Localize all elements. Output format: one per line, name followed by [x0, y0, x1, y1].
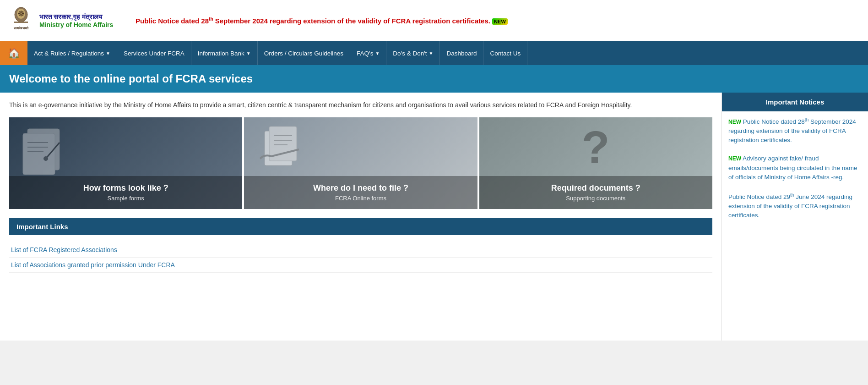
card-file-bg: Where do I need to file ? FCRA Online fo…	[244, 117, 477, 209]
link-fcra-registered[interactable]: List of FCRA Registered Associations	[9, 242, 712, 258]
important-links-list: List of FCRA Registered Associations Lis…	[9, 242, 712, 273]
notice-link-3[interactable]: Public Notice dated 29th June 2024 regar…	[728, 193, 852, 219]
nav-dos-donts[interactable]: Do's & Don't ▼	[386, 41, 440, 65]
nav-act-rules[interactable]: Act & Rules / Regulations ▼	[27, 41, 117, 65]
nav-contact-us[interactable]: Contact Us	[483, 41, 527, 65]
english-title: Ministry of Home Affairs	[39, 21, 113, 28]
nav-faqs[interactable]: FAQ's ▼	[350, 41, 386, 65]
emblem-icon: ☸ सत्यमेव जयते	[7, 5, 35, 37]
file-deco	[258, 122, 308, 174]
notice-item-3: Public Notice dated 29th June 2024 regar…	[728, 191, 862, 220]
card-fcra-forms[interactable]: Where do I need to file ? FCRA Online fo…	[244, 117, 477, 209]
notice-item-2: NEW Advisory against fake/ fraud emails/…	[728, 154, 862, 182]
card-docs-bg: ? Required documents ? Supporting docume…	[479, 117, 712, 209]
navbar: 🏠 Act & Rules / Regulations ▼ Services U…	[0, 41, 868, 65]
svg-text:?: ?	[582, 122, 610, 173]
logo-text: भारत सरकार,गृह मंत्रालय Ministry of Home…	[39, 13, 113, 28]
nav-services-fcra[interactable]: Services Under FCRA	[117, 41, 191, 65]
welcome-banner: Welcome to the online portal of FCRA ser…	[0, 65, 868, 93]
nav-dashboard[interactable]: Dashboard	[440, 41, 483, 65]
cards-row: How forms look like ? Sample forms	[9, 117, 712, 209]
notice-link-2[interactable]: Advisory against fake/ fraud emails/docu…	[728, 155, 857, 181]
content-left: This is an e-governance initiative by th…	[0, 93, 722, 341]
svg-rect-3	[14, 22, 28, 23]
hindi-title: भारत सरकार,गृह मंत्रालय	[39, 13, 113, 21]
intro-text: This is an e-governance initiative by th…	[9, 100, 712, 110]
card-required-docs[interactable]: ? Required documents ? Supporting docume…	[479, 117, 712, 209]
sidebar-notices: Important Notices NEW Public Notice date…	[722, 93, 868, 341]
card-forms-bg: How forms look like ? Sample forms	[9, 117, 242, 209]
marquee-text: Public Notice dated 28th September 2024 …	[136, 17, 508, 25]
new-label-2: NEW	[728, 155, 741, 162]
notice-link-1[interactable]: Public Notice dated 28th September 2024 …	[728, 118, 856, 144]
logo-container: ☸ सत्यमेव जयते भारत सरकार,गृह मंत्रालय M…	[7, 5, 136, 37]
notices-body[interactable]: NEW Public Notice dated 28th September 2…	[722, 111, 868, 341]
svg-text:☸: ☸	[17, 9, 25, 18]
card-forms-overlay: How forms look like ? Sample forms	[9, 176, 242, 209]
dropdown-arrow-dos: ▼	[429, 51, 434, 56]
nav-information-bank[interactable]: Information Bank ▼	[191, 41, 258, 65]
main-content: This is an e-governance initiative by th…	[0, 93, 868, 341]
paper-deco	[18, 124, 73, 181]
notice-item-1: NEW Public Notice dated 28th September 2…	[728, 116, 862, 145]
welcome-title: Welcome to the online portal of FCRA ser…	[9, 72, 253, 85]
marquee-container: Public Notice dated 28th September 2024 …	[136, 16, 861, 25]
home-icon: 🏠	[8, 47, 20, 59]
card-sample-forms[interactable]: How forms look like ? Sample forms	[9, 117, 242, 209]
dropdown-arrow-ib: ▼	[246, 51, 251, 56]
important-links-header: Important Links	[9, 218, 712, 235]
link-prior-permission[interactable]: List of Associations granted prior permi…	[9, 258, 712, 273]
svg-text:सत्यमेव जयते: सत्यमेव जयते	[13, 26, 29, 30]
card-forms-title: How forms look like ?	[16, 183, 235, 193]
card-file-subtitle: FCRA Online forms	[251, 195, 470, 202]
header: ☸ सत्यमेव जयते भारत सरकार,गृह मंत्रालय M…	[0, 0, 868, 41]
card-forms-subtitle: Sample forms	[16, 195, 235, 202]
dropdown-arrow: ▼	[106, 51, 110, 56]
home-button[interactable]: 🏠	[0, 41, 27, 65]
notices-header: Important Notices	[722, 93, 868, 111]
card-docs-subtitle: Supporting documents	[487, 195, 705, 202]
new-label-1: NEW	[728, 119, 741, 125]
svg-point-11	[43, 156, 48, 161]
dropdown-arrow-faq: ▼	[375, 51, 380, 56]
nav-orders-circulars[interactable]: Orders / Circulars Guidelines	[258, 41, 350, 65]
question-mark-deco: ?	[573, 122, 618, 178]
card-file-overlay: Where do I need to file ? FCRA Online fo…	[244, 176, 477, 209]
card-docs-overlay: Required documents ? Supporting document…	[479, 176, 712, 209]
card-file-title: Where do I need to file ?	[251, 183, 470, 193]
card-docs-title: Required documents ?	[487, 183, 705, 193]
